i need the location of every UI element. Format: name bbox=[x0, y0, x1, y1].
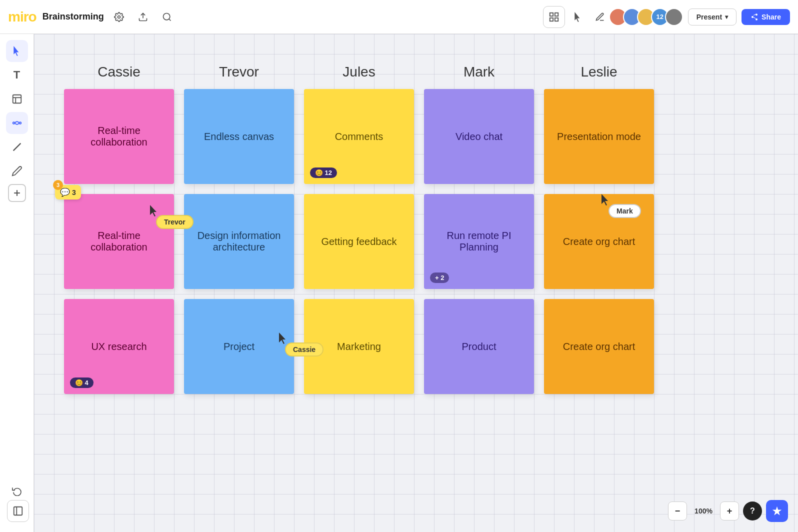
column-headers: Cassie Trevor Jules Mark Leslie bbox=[64, 64, 654, 80]
svg-point-12 bbox=[19, 122, 21, 124]
toolbar-center bbox=[543, 6, 609, 28]
sticky-note-tool[interactable] bbox=[6, 88, 28, 110]
svg-point-2 bbox=[163, 13, 170, 20]
note-text: Design information architecture bbox=[192, 230, 286, 253]
svg-line-3 bbox=[169, 18, 171, 20]
svg-rect-5 bbox=[555, 12, 558, 16]
note-text: Comments bbox=[335, 131, 384, 142]
undo-button[interactable] bbox=[6, 480, 28, 502]
notes-grid: Real-time collaboration Endless canvas C… bbox=[64, 89, 654, 394]
bottom-controls: − 100% + ? bbox=[668, 500, 788, 522]
col-header-trevor: Trevor bbox=[184, 64, 294, 80]
note-cassie-2[interactable]: UX research 😊 4 bbox=[64, 299, 174, 394]
pen-tool[interactable] bbox=[6, 160, 28, 182]
avatar-leslie bbox=[665, 8, 683, 26]
col-header-leslie: Leslie bbox=[544, 64, 654, 80]
pi-badge: + 2 bbox=[430, 272, 449, 283]
note-text: Endless canvas bbox=[204, 131, 274, 142]
svg-point-11 bbox=[12, 122, 14, 124]
note-text: Run remote PI Planning bbox=[432, 230, 526, 253]
toolbar-right: 12 Present ▾ Share bbox=[609, 8, 790, 26]
chevron-down-icon: ▾ bbox=[725, 14, 728, 20]
present-button[interactable]: Present ▾ bbox=[688, 8, 736, 26]
zoom-out-button[interactable]: − bbox=[668, 502, 687, 520]
note-mark-1[interactable]: Run remote PI Planning + 2 bbox=[424, 194, 534, 289]
note-leslie-2[interactable]: Create org chart bbox=[544, 299, 654, 394]
col-header-cassie: Cassie bbox=[64, 64, 174, 80]
miro-logo: miro bbox=[8, 9, 36, 25]
svg-rect-8 bbox=[12, 95, 21, 104]
magic-button[interactable] bbox=[766, 500, 788, 522]
zoom-in-button[interactable]: + bbox=[720, 502, 739, 520]
comment-number-badge: 3 bbox=[53, 180, 63, 190]
col-header-jules: Jules bbox=[304, 64, 414, 80]
zoom-level: 100% bbox=[691, 507, 716, 515]
line-tool[interactable] bbox=[6, 136, 28, 158]
svg-point-0 bbox=[118, 16, 120, 18]
note-text: Real-time collaboration bbox=[72, 125, 166, 148]
col-header-mark: Mark bbox=[424, 64, 534, 80]
annotation-button[interactable] bbox=[591, 8, 609, 26]
note-text: Project bbox=[224, 341, 254, 352]
cassie-cursor: Cassie bbox=[279, 332, 289, 346]
note-text: Create org chart bbox=[563, 341, 636, 352]
grid-view-button[interactable] bbox=[543, 6, 565, 28]
trevor-cursor-label: Trevor bbox=[156, 215, 194, 229]
cassie-cursor-label: Cassie bbox=[285, 342, 324, 356]
text-tool[interactable]: T bbox=[6, 64, 28, 86]
panel-button[interactable] bbox=[7, 500, 29, 522]
note-trevor-0[interactable]: Endless canvas bbox=[184, 89, 294, 184]
note-mark-0[interactable]: Video chat bbox=[424, 89, 534, 184]
note-text: Real-time collaboration bbox=[72, 230, 166, 253]
share-button[interactable]: Share bbox=[742, 9, 790, 25]
note-mark-2[interactable]: Product bbox=[424, 299, 534, 394]
share-label: Share bbox=[762, 13, 781, 21]
note-trevor-1[interactable]: Design information architecture bbox=[184, 194, 294, 289]
toolbar-left: miro Brainstorming bbox=[8, 8, 543, 26]
canvas[interactable]: Cassie Trevor Jules Mark Leslie Real-tim… bbox=[34, 34, 798, 532]
export-button[interactable] bbox=[134, 8, 152, 26]
comments-badge: 😊 12 bbox=[310, 168, 337, 178]
help-button[interactable]: ? bbox=[743, 502, 762, 520]
mark-cursor-label: Mark bbox=[608, 204, 641, 218]
note-leslie-0[interactable]: Presentation mode bbox=[544, 89, 654, 184]
settings-button[interactable] bbox=[110, 8, 128, 26]
note-trevor-2[interactable]: Project bbox=[184, 299, 294, 394]
select-tool[interactable] bbox=[6, 40, 28, 62]
search-button[interactable] bbox=[158, 8, 176, 26]
present-label: Present bbox=[696, 13, 722, 21]
ux-badge: 😊 4 bbox=[70, 378, 94, 388]
note-cassie-0[interactable]: Real-time collaboration bbox=[64, 89, 174, 184]
connector-tool[interactable] bbox=[6, 112, 28, 134]
board-name: Brainstorming bbox=[42, 12, 104, 22]
note-text: Marketing bbox=[337, 341, 381, 352]
comment-count: 3 bbox=[72, 188, 76, 196]
note-text: Presentation mode bbox=[557, 131, 641, 142]
svg-line-13 bbox=[13, 144, 20, 151]
note-text: UX research bbox=[91, 341, 146, 352]
note-jules-0[interactable]: Comments 😊 12 bbox=[304, 89, 414, 184]
svg-rect-6 bbox=[550, 18, 552, 20]
note-text: Product bbox=[462, 341, 496, 352]
top-toolbar: miro Brainstorming 12 Pre bbox=[0, 0, 798, 34]
svg-rect-4 bbox=[550, 12, 552, 16]
note-jules-1[interactable]: Getting feedback bbox=[304, 194, 414, 289]
trevor-cursor: Trevor bbox=[150, 205, 160, 219]
cursor-mode-button[interactable] bbox=[569, 8, 587, 26]
note-text: Getting feedback bbox=[321, 236, 396, 248]
note-text: Create org chart bbox=[563, 236, 636, 248]
left-sidebar: T bbox=[0, 34, 34, 532]
svg-rect-7 bbox=[555, 18, 558, 20]
svg-rect-16 bbox=[14, 507, 22, 516]
mark-cursor: Mark bbox=[602, 194, 612, 208]
note-text: Video chat bbox=[456, 131, 502, 142]
avatar-group: 12 bbox=[609, 8, 683, 26]
add-tool[interactable] bbox=[8, 184, 26, 202]
